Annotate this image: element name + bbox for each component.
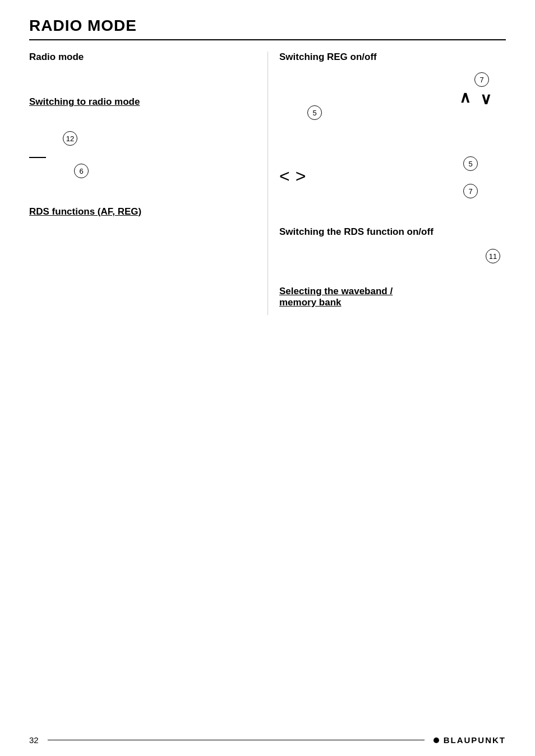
- circle-5-right: 5: [463, 156, 478, 171]
- top-divider: [29, 39, 506, 40]
- up-arrow-icon: ∨: [459, 90, 471, 108]
- radio-mode-heading: Radio mode: [29, 52, 256, 63]
- footer-divider: [48, 740, 425, 740]
- circle-5-mid: 5: [307, 105, 322, 120]
- reg-heading: Switching REG on/off: [279, 52, 506, 63]
- switch-radio-section: Switching to radio mode 12 6: [29, 96, 256, 178]
- circle-6-area: 6: [74, 164, 256, 178]
- circle-12-area: 12: [63, 131, 256, 146]
- waveband-section: Selecting the waveband / memory bank: [279, 286, 506, 315]
- circle-11-pos: 11: [279, 249, 500, 263]
- circle-12: 12: [63, 131, 77, 146]
- circle-5-right-pos: 5: [463, 156, 478, 171]
- page-footer: 32 BLAUPUNKT: [29, 735, 506, 745]
- brand-dot-icon: [433, 738, 439, 743]
- left-column: Radio mode Switching to radio mode 12 6 …: [29, 52, 268, 315]
- right-middle-section: < > 5 7 Switching the RDS function on/of…: [279, 154, 506, 315]
- circle-7-top: 7: [474, 72, 489, 87]
- brand-name: BLAUPUNKT: [444, 735, 506, 745]
- main-content: Radio mode Switching to radio mode 12 6 …: [29, 52, 506, 315]
- waveband-heading: Selecting the waveband / memory bank: [279, 286, 393, 308]
- circle-6: 6: [74, 164, 89, 178]
- circle-7-right: 7: [463, 184, 478, 198]
- nav-right-icon: >: [296, 166, 306, 187]
- reg-icons-container: 7 ∨ ∨ 5: [279, 69, 506, 120]
- circle-7-top-pos: 7: [474, 72, 489, 87]
- circle-5-mid-pos: 5: [307, 105, 322, 120]
- down-arrow-icon: ∨: [480, 90, 492, 108]
- circle-7-right-pos: 7: [463, 184, 478, 198]
- rds-functions-heading: RDS functions (AF, REG): [29, 206, 141, 217]
- reg-section: Switching REG on/off 7 ∨ ∨ 5: [279, 52, 506, 120]
- rds-toggle-heading: Switching the RDS function on/off: [279, 226, 506, 238]
- nav-arrows-container: < > 5 7: [279, 154, 506, 198]
- reg-arrows: ∨ ∨: [459, 90, 492, 108]
- circle-11: 11: [486, 249, 500, 263]
- page-title: RADIO MODE: [29, 17, 506, 35]
- nav-left-icon: <: [279, 166, 290, 187]
- page-container: RADIO MODE Radio mode Switching to radio…: [0, 0, 535, 756]
- switch-radio-heading: Switching to radio mode: [29, 96, 140, 108]
- rds-toggle-section: Switching the RDS function on/off 11: [279, 226, 506, 263]
- rds-section: RDS functions (AF, REG): [29, 206, 256, 224]
- dash-line: [29, 157, 46, 158]
- page-number: 32: [29, 735, 39, 745]
- brand-logo: BLAUPUNKT: [433, 735, 506, 745]
- right-column: Switching REG on/off 7 ∨ ∨ 5: [268, 52, 506, 315]
